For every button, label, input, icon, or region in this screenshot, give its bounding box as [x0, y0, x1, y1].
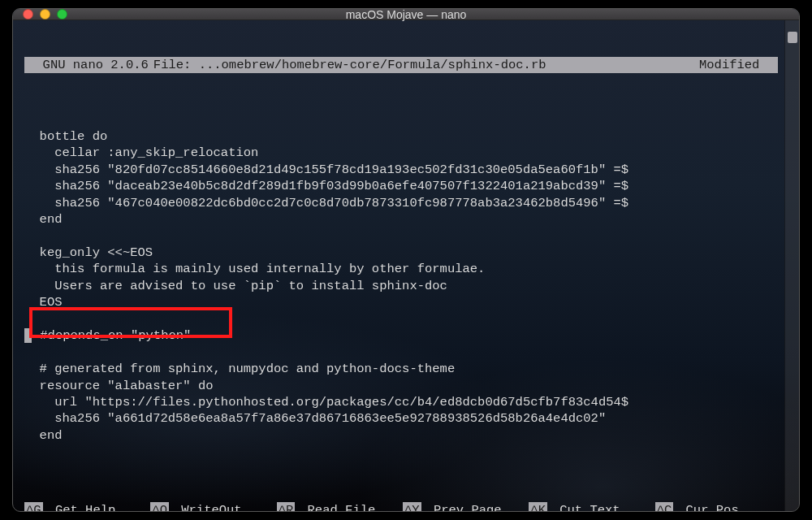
nano-file-path: File: ...omebrew/homebrew-core/Formula/s…: [153, 57, 699, 73]
terminal-window: macOS Mojave — nano GNU nano 2.0.6 File:…: [12, 8, 800, 512]
editor-line[interactable]: [24, 228, 778, 244]
nano-status-bar: GNU nano 2.0.6 File: ...omebrew/homebrew…: [24, 57, 778, 73]
editor-line[interactable]: this formula is mainly used internally b…: [24, 261, 778, 277]
shortcut-label: Get Help: [48, 502, 116, 512]
editor-line[interactable]: url "https://files.pythonhosted.org/pack…: [24, 394, 778, 410]
editor-line[interactable]: end: [24, 211, 778, 228]
editor-line[interactable]: bottle do: [24, 128, 778, 145]
shortcut-label: Cut Text: [552, 502, 620, 512]
shortcut-key: ^G: [24, 502, 43, 512]
scrollbar-thumb[interactable]: [788, 32, 797, 43]
editor-line[interactable]: [24, 344, 778, 361]
shortcut-key: ^K: [529, 502, 547, 512]
editor-line[interactable]: # generated from sphinx, numpydoc and py…: [24, 361, 778, 377]
close-icon[interactable]: [23, 9, 33, 20]
editor-line[interactable]: resource "alabaster" do: [24, 378, 778, 394]
shortcut-get-help: ^G Get Help: [24, 502, 147, 512]
shortcut-key: ^C: [655, 502, 674, 512]
shortcut-label: Read File: [300, 502, 375, 512]
shortcut-key: ^O: [150, 502, 169, 512]
shortcut-label: Prev Page: [426, 502, 502, 512]
scrollbar-track[interactable]: [784, 20, 799, 512]
editor-line[interactable]: [24, 311, 778, 327]
minimize-icon[interactable]: [40, 9, 50, 20]
editor-line[interactable]: sha256 "820fd07cc8514660e8d21d49c155f78c…: [24, 162, 778, 178]
titlebar: macOS Mojave — nano: [13, 9, 799, 20]
shortcut-prev-page: ^Y Prev Page: [403, 502, 525, 512]
shortcut-read-file: ^R Read File: [277, 502, 400, 512]
nano-shortcut-bar: ^G Get Help^O WriteOut^R Read File^Y Pre…: [24, 502, 778, 512]
editor-line[interactable]: sha256 "a661d72d58e6ea8a57f7a86e37d86716…: [24, 410, 778, 427]
editor-line[interactable]: end: [24, 427, 778, 444]
editor-line[interactable]: [24, 444, 778, 460]
zoom-icon[interactable]: [57, 9, 67, 20]
shortcut-cut-text: ^K Cut Text: [529, 502, 651, 512]
editor-line[interactable]: EOS: [24, 294, 778, 310]
editor-line[interactable]: #depends_on "python": [24, 327, 778, 344]
editor-line[interactable]: sha256 "daceab23e40b5c8d2df289d1fb9f03d9…: [24, 178, 778, 194]
terminal-content[interactable]: GNU nano 2.0.6 File: ...omebrew/homebrew…: [13, 20, 784, 512]
editor-line[interactable]: sha256 "467c040e00822dc6bd0cc2d7c0c8d70d…: [24, 195, 778, 211]
editor-line[interactable]: cellar :any_skip_relocation: [24, 145, 778, 161]
editor-line[interactable]: Users are advised to use `pip` to instal…: [24, 278, 778, 294]
editor-buffer[interactable]: bottle do cellar :any_skip_relocation sh…: [24, 111, 778, 461]
nano-modified-flag: Modified: [699, 57, 775, 73]
editor-line[interactable]: [24, 111, 778, 128]
shortcut-key: ^R: [277, 502, 296, 512]
shortcut-key: ^Y: [403, 502, 421, 512]
nano-version: GNU nano 2.0.6: [28, 57, 149, 73]
shortcut-writeout: ^O WriteOut: [150, 502, 273, 512]
editor-line[interactable]: keg_only <<~EOS: [24, 245, 778, 261]
shortcut-label: Cur Pos: [678, 502, 738, 512]
text-cursor: [24, 328, 32, 343]
shortcut-label: WriteOut: [174, 502, 242, 512]
shortcut-cur-pos: ^C Cur Pos: [655, 502, 778, 512]
window-title: macOS Mojave — nano: [13, 8, 799, 21]
window-controls: [23, 9, 67, 20]
